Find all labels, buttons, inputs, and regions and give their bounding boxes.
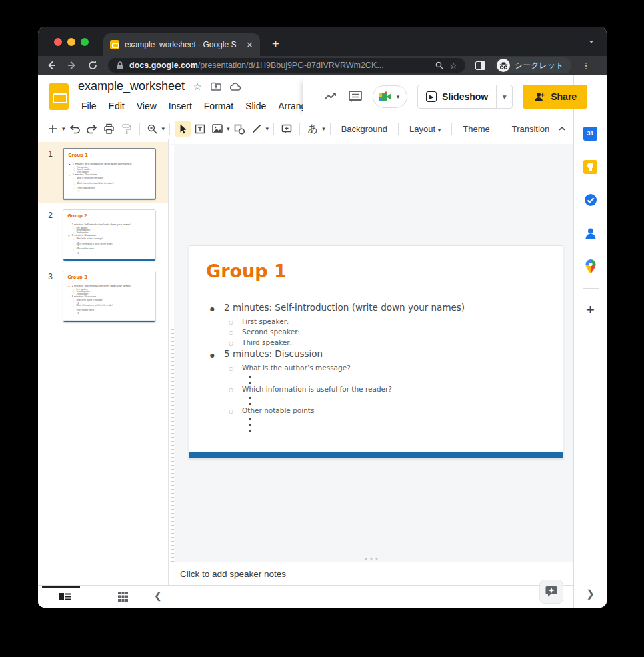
zoom-caret[interactable]: ▾ xyxy=(162,125,165,132)
bullet-text: 5 minutes: Discussion xyxy=(224,348,323,359)
activity-dashboard-icon[interactable] xyxy=(323,91,338,103)
back-icon[interactable] xyxy=(46,60,57,71)
bullet-marker: ○ xyxy=(229,366,242,372)
close-side-panel-icon[interactable]: ❯ xyxy=(574,588,607,600)
explore-button[interactable] xyxy=(539,580,563,604)
slide-body-textbox[interactable]: ●2 minutes: Self-introduction (write dow… xyxy=(63,223,154,255)
layout-button[interactable]: Layout ▾ xyxy=(403,121,447,137)
minimize-window-button[interactable] xyxy=(67,38,75,46)
comments-icon[interactable] xyxy=(348,90,363,103)
slide-canvas[interactable]: Group 1●2 minutes: Self-introduction (wr… xyxy=(169,139,573,562)
star-document-icon[interactable]: ☆ xyxy=(193,81,202,92)
paint-format-icon[interactable] xyxy=(119,121,135,137)
input-tools-icon[interactable]: あ xyxy=(305,121,321,137)
slide-title[interactable]: Group 3 xyxy=(67,275,87,279)
bullet-text: First speaker: xyxy=(242,317,289,325)
new-slide-button[interactable] xyxy=(45,121,61,137)
tasks-icon[interactable] xyxy=(583,192,599,208)
menu-format[interactable]: Format xyxy=(199,99,238,113)
print-icon[interactable] xyxy=(101,121,117,137)
address-bar[interactable]: docs.google.com/presentation/d/1H9Bbuj9P… xyxy=(108,58,465,73)
reload-icon[interactable] xyxy=(87,60,98,71)
slideshow-button[interactable]: ▶ Slideshow xyxy=(418,91,496,102)
select-tool-icon[interactable] xyxy=(175,121,191,137)
menu-file[interactable]: File xyxy=(77,99,101,113)
slide-thumbnail-row-1[interactable]: 1Group 1●2 minutes: Self-introduction (w… xyxy=(38,142,168,203)
menu-slide[interactable]: Slide xyxy=(241,99,271,113)
search-icon[interactable] xyxy=(435,61,444,70)
calendar-icon[interactable]: 31 xyxy=(583,125,599,141)
hide-menus-icon[interactable] xyxy=(557,123,567,134)
text-box-icon[interactable] xyxy=(192,121,208,137)
menu-insert[interactable]: Insert xyxy=(164,99,197,113)
collapse-filmstrip-icon[interactable]: ❮ xyxy=(154,590,162,601)
share-button[interactable]: Share xyxy=(523,85,587,109)
slide-thumbnail-row-3[interactable]: 3Group 3●2 minutes: Self-introduction (w… xyxy=(38,265,168,326)
slide-body-textbox[interactable]: ●2 minutes: Self-introduction (write dow… xyxy=(64,163,155,194)
insert-line-caret[interactable]: ▾ xyxy=(266,125,269,132)
meet-call-button[interactable]: ▾ xyxy=(373,85,407,108)
get-add-ons-button[interactable]: + xyxy=(583,302,599,318)
grid-view-icon[interactable] xyxy=(117,591,129,602)
slides-logo[interactable] xyxy=(49,83,69,110)
insert-image-icon[interactable] xyxy=(209,121,225,137)
forward-icon[interactable] xyxy=(67,60,77,71)
cloud-saved-icon[interactable] xyxy=(230,83,241,91)
insert-shape-icon[interactable] xyxy=(231,121,247,137)
new-tab-button[interactable]: + xyxy=(272,35,279,53)
zoom-window-button[interactable] xyxy=(81,38,89,46)
close-window-button[interactable] xyxy=(54,38,62,46)
share-person-icon xyxy=(533,91,545,102)
notes-resize-handle[interactable] xyxy=(365,558,377,560)
insert-comment-icon[interactable] xyxy=(279,121,295,137)
incognito-icon xyxy=(497,59,510,72)
speaker-notes[interactable]: Click to add speaker notes xyxy=(169,562,573,585)
slide-title[interactable]: Group 1 xyxy=(206,261,287,281)
filmstrip-view-icon[interactable] xyxy=(59,591,71,602)
keep-icon[interactable] xyxy=(583,159,599,175)
slide-body-textbox[interactable]: ●2 minutes: Self-introduction (write dow… xyxy=(63,285,154,316)
menu-view[interactable]: View xyxy=(132,99,161,113)
insert-line-icon[interactable] xyxy=(249,121,265,137)
bullet-text: What is the author’s message? xyxy=(77,177,103,179)
slide-thumbnail-row-2[interactable]: 2Group 2●2 minutes: Self-introduction (w… xyxy=(38,203,168,265)
zoom-icon[interactable] xyxy=(145,121,161,137)
slide-thumbnail[interactable]: Group 2●2 minutes: Self-introduction (wr… xyxy=(63,209,156,261)
slide-body-textbox[interactable]: ●2 minutes: Self-introduction (write dow… xyxy=(189,302,557,434)
current-slide[interactable]: Group 1●2 minutes: Self-introduction (wr… xyxy=(189,245,563,459)
meet-dropdown-caret[interactable]: ▾ xyxy=(395,93,401,100)
document-title[interactable]: example_worksheet xyxy=(78,79,185,93)
insert-image-caret[interactable]: ▾ xyxy=(227,125,230,132)
undo-icon[interactable] xyxy=(67,121,83,137)
move-folder-icon[interactable] xyxy=(211,82,221,91)
slide-accent-bar xyxy=(189,452,563,458)
input-tools-caret[interactable]: ▾ xyxy=(322,125,325,132)
background-button[interactable]: Background xyxy=(335,121,393,137)
slide-title[interactable]: Group 1 xyxy=(68,153,88,157)
theme-button[interactable]: Theme xyxy=(457,121,495,137)
transition-button[interactable]: Transition xyxy=(506,121,556,137)
slideshow-button-group: ▶ Slideshow ▼ xyxy=(417,85,513,109)
slide-title[interactable]: Group 2 xyxy=(67,213,87,218)
browser-menu-icon[interactable]: ⋮ xyxy=(581,61,591,71)
slide-thumbnail[interactable]: Group 3●2 minutes: Self-introduction (wr… xyxy=(63,271,156,323)
redo-icon[interactable] xyxy=(84,121,100,137)
slideshow-options-caret[interactable]: ▼ xyxy=(496,85,512,108)
browser-tab-strip: example_worksheet - Google S ✕ + ⌄ xyxy=(38,27,607,56)
bullet-marker: ○ xyxy=(229,387,242,393)
slides-app: example_worksheet ☆ FileEditViewInsertFo… xyxy=(38,75,573,608)
maps-icon[interactable] xyxy=(583,259,599,275)
bullet-text: Which information is useful for the read… xyxy=(76,243,113,245)
browser-tab[interactable]: example_worksheet - Google S ✕ xyxy=(103,33,260,56)
tab-close-icon[interactable]: ✕ xyxy=(246,40,253,50)
new-slide-caret[interactable]: ▾ xyxy=(62,125,65,132)
slide-thumbnail[interactable]: Group 1●2 minutes: Self-introduction (wr… xyxy=(63,148,156,200)
tab-search-chevron-icon[interactable]: ⌄ xyxy=(588,35,595,45)
bullet-level-3: ▪ xyxy=(189,374,557,379)
bookmark-star-icon[interactable]: ☆ xyxy=(449,61,457,71)
menu-edit[interactable]: Edit xyxy=(104,99,129,113)
side-panel-icon[interactable] xyxy=(475,61,485,70)
contacts-icon[interactable] xyxy=(583,225,599,241)
bullet-text: Third speaker: xyxy=(76,232,88,234)
bullet-marker: ○ xyxy=(229,319,242,325)
